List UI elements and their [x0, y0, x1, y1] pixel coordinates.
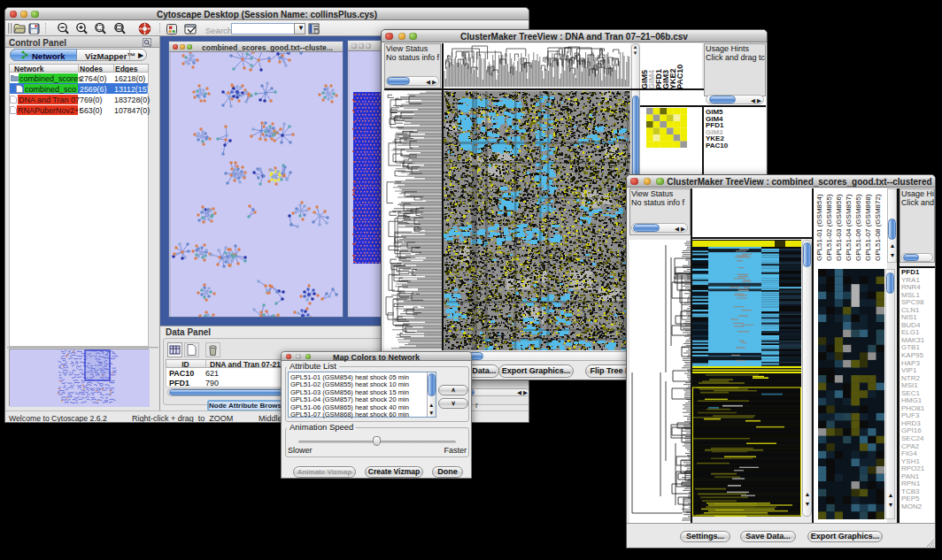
- svg-text:GPL51-04 (GSM857): GPL51-04 (GSM857): [845, 194, 853, 261]
- svg-text:GPL51-07 (GSM868): GPL51-07 (GSM868): [864, 194, 872, 261]
- svg-text:GPL51-01 (GSM854): GPL51-01 (GSM854): [815, 194, 823, 261]
- svg-text:GPL51-03 (GSM856): GPL51-03 (GSM856): [835, 194, 843, 261]
- svg-text:GPL51-02 (GSM855): GPL51-02 (GSM855): [825, 194, 833, 261]
- svg-text:PAC10: PAC10: [676, 65, 684, 89]
- svg-text:GPL51-08 (GSM872): GPL51-08 (GSM872): [874, 194, 882, 261]
- svg-text:GPL51-06 (GSM865): GPL51-06 (GSM865): [854, 194, 862, 261]
